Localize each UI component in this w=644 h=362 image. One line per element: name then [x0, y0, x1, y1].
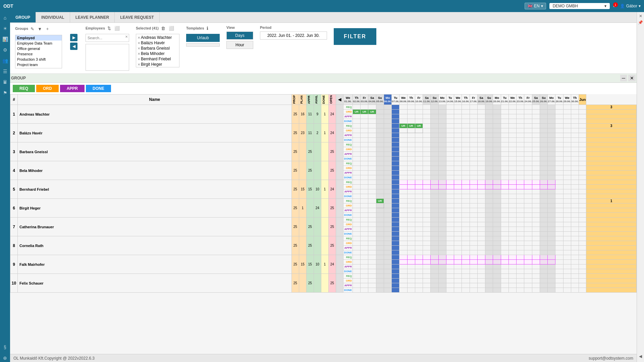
day-cell[interactable] [517, 110, 524, 114]
day-cell[interactable] [353, 161, 360, 166]
day-cell[interactable] [399, 288, 407, 293]
day-cell[interactable] [579, 194, 586, 199]
day-cell[interactable] [446, 199, 454, 203]
status-appr-btn[interactable]: APPR [60, 85, 85, 92]
day-cell[interactable] [548, 264, 555, 269]
day-cell[interactable] [431, 142, 438, 147]
day-cell[interactable] [353, 180, 360, 185]
day-cell[interactable] [540, 138, 547, 142]
day-cell[interactable] [548, 255, 555, 260]
day-cell[interactable] [454, 119, 462, 124]
day-cell[interactable] [563, 269, 571, 274]
day-cell[interactable] [368, 147, 376, 152]
day-cell[interactable] [540, 166, 547, 171]
day-cell[interactable] [477, 255, 485, 260]
day-cell[interactable] [368, 133, 376, 138]
day-cell[interactable] [501, 142, 508, 147]
day-cell[interactable] [524, 124, 532, 128]
day-cell[interactable] [376, 157, 384, 161]
day-cell[interactable] [454, 124, 462, 128]
day-cell[interactable] [579, 166, 586, 171]
day-cell[interactable] [508, 194, 516, 199]
day-cell[interactable] [454, 203, 462, 208]
day-cell[interactable] [462, 161, 470, 166]
day-cell[interactable] [563, 114, 571, 119]
day-cell[interactable] [438, 180, 446, 185]
day-cell[interactable] [501, 250, 508, 255]
day-cell[interactable] [368, 171, 376, 175]
day-cell[interactable] [501, 152, 508, 157]
day-cell[interactable] [431, 250, 438, 255]
day-cell[interactable] [563, 255, 571, 260]
day-cell[interactable] [493, 283, 501, 288]
day-cell[interactable] [462, 232, 470, 236]
day-cell[interactable] [485, 133, 493, 138]
day-cell[interactable] [524, 218, 532, 222]
day-cell[interactable] [501, 119, 508, 124]
day-cell[interactable] [462, 264, 470, 269]
day-cell[interactable] [477, 208, 485, 213]
day-cell[interactable] [368, 264, 376, 269]
day-cell[interactable] [462, 288, 470, 293]
day-cell[interactable] [548, 213, 555, 218]
day-cell[interactable] [493, 250, 501, 255]
day-cell[interactable] [423, 264, 431, 269]
day-cell[interactable] [493, 119, 501, 124]
day-cell[interactable] [540, 152, 547, 157]
day-cell[interactable] [438, 166, 446, 171]
day-cell[interactable] [392, 175, 399, 180]
day-cell[interactable] [532, 222, 540, 227]
day-cell[interactable] [508, 199, 516, 203]
day-cell[interactable] [477, 138, 485, 142]
transfer-right-btn[interactable]: ▶ [70, 34, 77, 41]
day-cell[interactable] [540, 114, 547, 119]
sidebar-plus-icon[interactable]: ⊕ [1, 354, 9, 362]
day-cell[interactable] [555, 194, 563, 199]
day-cell[interactable] [501, 105, 508, 110]
day-cell[interactable] [493, 279, 501, 283]
day-cell[interactable] [454, 218, 462, 222]
day-cell[interactable] [353, 213, 360, 218]
day-cell[interactable] [361, 194, 368, 199]
day-cell[interactable] [470, 105, 477, 110]
day-cell[interactable] [353, 147, 360, 152]
day-cell[interactable] [493, 222, 501, 227]
day-cell[interactable] [415, 269, 423, 274]
status-ord-btn[interactable]: ORD [36, 85, 59, 92]
day-cell[interactable] [517, 166, 524, 171]
day-cell[interactable] [579, 119, 586, 124]
day-cell[interactable] [501, 110, 508, 114]
day-cell[interactable] [423, 152, 431, 157]
mail-button[interactable]: ✉ 1 [613, 4, 616, 8]
day-cell[interactable] [392, 194, 399, 199]
day-cell[interactable] [517, 274, 524, 279]
day-cell[interactable] [579, 260, 586, 264]
day-cell[interactable] [477, 161, 485, 166]
day-cell[interactable] [517, 264, 524, 269]
day-cell[interactable] [501, 274, 508, 279]
day-cell[interactable] [524, 114, 532, 119]
groups-item-presence[interactable]: Presence [15, 51, 62, 57]
day-cell[interactable] [477, 218, 485, 222]
day-cell[interactable] [423, 166, 431, 171]
day-cell[interactable] [399, 241, 407, 246]
day-cell[interactable] [392, 260, 399, 264]
day-cell[interactable] [415, 128, 423, 133]
user-menu[interactable]: 👤 Gábor ▾ [620, 4, 641, 8]
day-cell[interactable]: UR [415, 124, 423, 128]
day-cell[interactable] [485, 213, 493, 218]
day-cell[interactable] [438, 274, 446, 279]
day-cell[interactable] [477, 283, 485, 288]
day-cell[interactable] [431, 269, 438, 274]
day-cell[interactable] [493, 203, 501, 208]
day-cell[interactable] [555, 241, 563, 246]
day-cell[interactable] [555, 110, 563, 114]
day-cell[interactable] [579, 283, 586, 288]
day-cell[interactable] [571, 213, 579, 218]
day-cell[interactable] [399, 185, 407, 189]
day-cell[interactable] [548, 189, 555, 194]
day-cell[interactable] [540, 189, 547, 194]
day-cell[interactable] [361, 227, 368, 232]
day-cell[interactable] [477, 142, 485, 147]
day-cell[interactable] [353, 203, 360, 208]
